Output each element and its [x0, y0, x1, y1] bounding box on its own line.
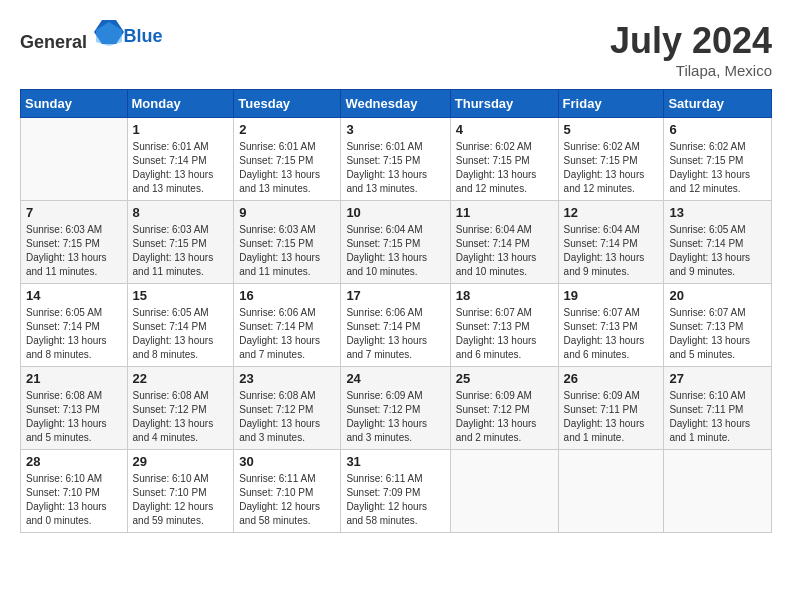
calendar-cell: 22Sunrise: 6:08 AM Sunset: 7:12 PM Dayli… — [127, 367, 234, 450]
weekday-header-wednesday: Wednesday — [341, 90, 450, 118]
day-info: Sunrise: 6:02 AM Sunset: 7:15 PM Dayligh… — [564, 140, 659, 196]
calendar-week-row: 21Sunrise: 6:08 AM Sunset: 7:13 PM Dayli… — [21, 367, 772, 450]
day-number: 12 — [564, 205, 659, 220]
calendar-cell: 14Sunrise: 6:05 AM Sunset: 7:14 PM Dayli… — [21, 284, 128, 367]
calendar-cell: 2Sunrise: 6:01 AM Sunset: 7:15 PM Daylig… — [234, 118, 341, 201]
day-info: Sunrise: 6:01 AM Sunset: 7:15 PM Dayligh… — [346, 140, 444, 196]
weekday-header-monday: Monday — [127, 90, 234, 118]
day-info: Sunrise: 6:07 AM Sunset: 7:13 PM Dayligh… — [456, 306, 553, 362]
day-number: 13 — [669, 205, 766, 220]
calendar-cell: 11Sunrise: 6:04 AM Sunset: 7:14 PM Dayli… — [450, 201, 558, 284]
calendar-cell: 25Sunrise: 6:09 AM Sunset: 7:12 PM Dayli… — [450, 367, 558, 450]
day-number: 20 — [669, 288, 766, 303]
calendar-cell: 5Sunrise: 6:02 AM Sunset: 7:15 PM Daylig… — [558, 118, 664, 201]
day-info: Sunrise: 6:09 AM Sunset: 7:12 PM Dayligh… — [456, 389, 553, 445]
day-number: 18 — [456, 288, 553, 303]
day-number: 17 — [346, 288, 444, 303]
calendar-cell: 30Sunrise: 6:11 AM Sunset: 7:10 PM Dayli… — [234, 450, 341, 533]
day-info: Sunrise: 6:10 AM Sunset: 7:10 PM Dayligh… — [133, 472, 229, 528]
calendar-cell: 15Sunrise: 6:05 AM Sunset: 7:14 PM Dayli… — [127, 284, 234, 367]
day-info: Sunrise: 6:03 AM Sunset: 7:15 PM Dayligh… — [133, 223, 229, 279]
logo-blue: Blue — [124, 26, 163, 47]
weekday-header-row: SundayMondayTuesdayWednesdayThursdayFrid… — [21, 90, 772, 118]
calendar-cell: 18Sunrise: 6:07 AM Sunset: 7:13 PM Dayli… — [450, 284, 558, 367]
calendar-cell: 1Sunrise: 6:01 AM Sunset: 7:14 PM Daylig… — [127, 118, 234, 201]
day-number: 9 — [239, 205, 335, 220]
calendar-week-row: 14Sunrise: 6:05 AM Sunset: 7:14 PM Dayli… — [21, 284, 772, 367]
day-number: 10 — [346, 205, 444, 220]
calendar-cell: 21Sunrise: 6:08 AM Sunset: 7:13 PM Dayli… — [21, 367, 128, 450]
day-number: 29 — [133, 454, 229, 469]
day-info: Sunrise: 6:01 AM Sunset: 7:14 PM Dayligh… — [133, 140, 229, 196]
calendar-cell: 9Sunrise: 6:03 AM Sunset: 7:15 PM Daylig… — [234, 201, 341, 284]
day-number: 8 — [133, 205, 229, 220]
day-number: 25 — [456, 371, 553, 386]
calendar-cell: 6Sunrise: 6:02 AM Sunset: 7:15 PM Daylig… — [664, 118, 772, 201]
calendar-cell: 10Sunrise: 6:04 AM Sunset: 7:15 PM Dayli… — [341, 201, 450, 284]
day-info: Sunrise: 6:11 AM Sunset: 7:10 PM Dayligh… — [239, 472, 335, 528]
weekday-header-sunday: Sunday — [21, 90, 128, 118]
day-info: Sunrise: 6:03 AM Sunset: 7:15 PM Dayligh… — [26, 223, 122, 279]
weekday-header-thursday: Thursday — [450, 90, 558, 118]
day-info: Sunrise: 6:10 AM Sunset: 7:10 PM Dayligh… — [26, 472, 122, 528]
day-number: 7 — [26, 205, 122, 220]
day-info: Sunrise: 6:11 AM Sunset: 7:09 PM Dayligh… — [346, 472, 444, 528]
day-info: Sunrise: 6:04 AM Sunset: 7:14 PM Dayligh… — [564, 223, 659, 279]
calendar-cell — [21, 118, 128, 201]
calendar-week-row: 1Sunrise: 6:01 AM Sunset: 7:14 PM Daylig… — [21, 118, 772, 201]
weekday-header-saturday: Saturday — [664, 90, 772, 118]
day-info: Sunrise: 6:09 AM Sunset: 7:11 PM Dayligh… — [564, 389, 659, 445]
day-number: 6 — [669, 122, 766, 137]
day-number: 4 — [456, 122, 553, 137]
day-number: 3 — [346, 122, 444, 137]
calendar-cell: 19Sunrise: 6:07 AM Sunset: 7:13 PM Dayli… — [558, 284, 664, 367]
logo-general: General — [20, 32, 87, 52]
day-info: Sunrise: 6:05 AM Sunset: 7:14 PM Dayligh… — [26, 306, 122, 362]
month-year: July 2024 — [610, 20, 772, 62]
calendar-cell: 29Sunrise: 6:10 AM Sunset: 7:10 PM Dayli… — [127, 450, 234, 533]
day-info: Sunrise: 6:02 AM Sunset: 7:15 PM Dayligh… — [456, 140, 553, 196]
calendar-cell: 24Sunrise: 6:09 AM Sunset: 7:12 PM Dayli… — [341, 367, 450, 450]
calendar-cell: 28Sunrise: 6:10 AM Sunset: 7:10 PM Dayli… — [21, 450, 128, 533]
day-info: Sunrise: 6:05 AM Sunset: 7:14 PM Dayligh… — [669, 223, 766, 279]
day-number: 15 — [133, 288, 229, 303]
calendar-cell: 20Sunrise: 6:07 AM Sunset: 7:13 PM Dayli… — [664, 284, 772, 367]
day-number: 16 — [239, 288, 335, 303]
calendar-cell: 16Sunrise: 6:06 AM Sunset: 7:14 PM Dayli… — [234, 284, 341, 367]
day-number: 27 — [669, 371, 766, 386]
calendar-cell — [558, 450, 664, 533]
day-number: 14 — [26, 288, 122, 303]
weekday-header-friday: Friday — [558, 90, 664, 118]
calendar-cell: 26Sunrise: 6:09 AM Sunset: 7:11 PM Dayli… — [558, 367, 664, 450]
calendar-cell: 27Sunrise: 6:10 AM Sunset: 7:11 PM Dayli… — [664, 367, 772, 450]
day-number: 1 — [133, 122, 229, 137]
logo-icon — [94, 20, 124, 48]
weekday-header-tuesday: Tuesday — [234, 90, 341, 118]
calendar-cell: 17Sunrise: 6:06 AM Sunset: 7:14 PM Dayli… — [341, 284, 450, 367]
day-number: 26 — [564, 371, 659, 386]
day-info: Sunrise: 6:02 AM Sunset: 7:15 PM Dayligh… — [669, 140, 766, 196]
title-block: July 2024 Tilapa, Mexico — [610, 20, 772, 79]
day-number: 31 — [346, 454, 444, 469]
day-info: Sunrise: 6:09 AM Sunset: 7:12 PM Dayligh… — [346, 389, 444, 445]
calendar-cell: 4Sunrise: 6:02 AM Sunset: 7:15 PM Daylig… — [450, 118, 558, 201]
calendar-cell: 7Sunrise: 6:03 AM Sunset: 7:15 PM Daylig… — [21, 201, 128, 284]
calendar-cell: 23Sunrise: 6:08 AM Sunset: 7:12 PM Dayli… — [234, 367, 341, 450]
day-number: 23 — [239, 371, 335, 386]
day-number: 19 — [564, 288, 659, 303]
day-number: 21 — [26, 371, 122, 386]
day-number: 5 — [564, 122, 659, 137]
day-info: Sunrise: 6:01 AM Sunset: 7:15 PM Dayligh… — [239, 140, 335, 196]
day-number: 24 — [346, 371, 444, 386]
day-number: 2 — [239, 122, 335, 137]
calendar-week-row: 7Sunrise: 6:03 AM Sunset: 7:15 PM Daylig… — [21, 201, 772, 284]
calendar-cell: 3Sunrise: 6:01 AM Sunset: 7:15 PM Daylig… — [341, 118, 450, 201]
calendar-cell: 31Sunrise: 6:11 AM Sunset: 7:09 PM Dayli… — [341, 450, 450, 533]
calendar-cell: 13Sunrise: 6:05 AM Sunset: 7:14 PM Dayli… — [664, 201, 772, 284]
logo: General Blue — [20, 20, 163, 53]
calendar-cell: 12Sunrise: 6:04 AM Sunset: 7:14 PM Dayli… — [558, 201, 664, 284]
day-info: Sunrise: 6:06 AM Sunset: 7:14 PM Dayligh… — [346, 306, 444, 362]
day-info: Sunrise: 6:10 AM Sunset: 7:11 PM Dayligh… — [669, 389, 766, 445]
day-info: Sunrise: 6:08 AM Sunset: 7:12 PM Dayligh… — [133, 389, 229, 445]
day-number: 28 — [26, 454, 122, 469]
